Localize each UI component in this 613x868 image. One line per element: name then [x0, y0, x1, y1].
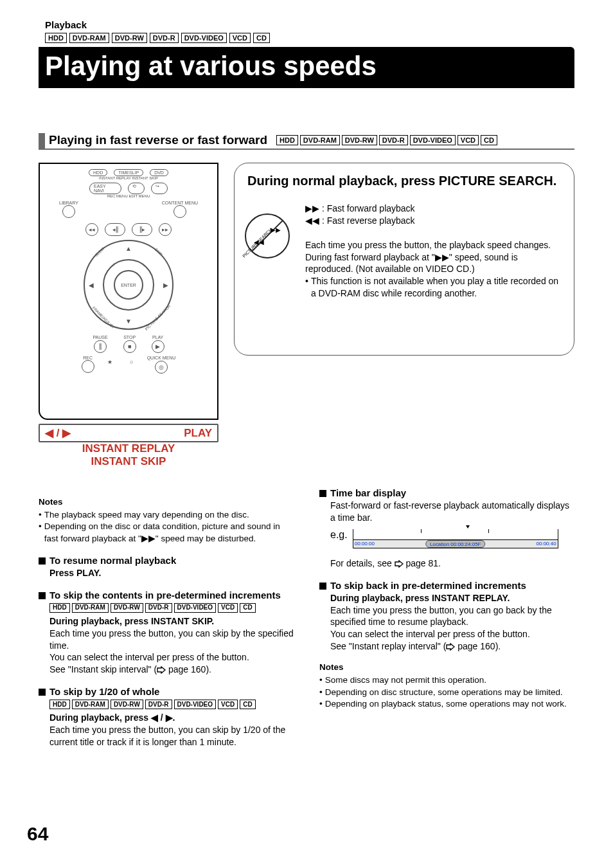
- remote-dvd-button: DVD: [150, 169, 168, 176]
- skip20-media-strip: HDD DVD-RAM DVD-RW DVD-R DVD-VIDEO VCD C…: [49, 700, 294, 709]
- remote-next-icon: ▸▸: [159, 223, 172, 236]
- remote-content-button: [173, 205, 186, 218]
- notes-heading: Notes: [319, 662, 574, 673]
- resume-heading: To resume normal playback: [39, 555, 294, 566]
- media-badge: DVD-VIDEO: [174, 700, 217, 709]
- picture-search-rocker-icon: ▶▶ ◀◀ PICTURE SEARCH: [245, 213, 296, 265]
- remote-instant-skip-icon: ↪: [151, 183, 168, 194]
- media-badge: DVD-VIDEO: [181, 33, 227, 43]
- skip-body: Each time you press the button, you can …: [49, 628, 294, 652]
- skipback-body: You can select the interval per press of…: [330, 628, 574, 640]
- note-item: The playback speed may vary depending on…: [39, 509, 294, 521]
- eg-label: e.g.: [330, 529, 348, 541]
- notes-heading: Notes: [39, 496, 294, 508]
- timebar-marker-icon: [466, 525, 470, 529]
- bubble-p1: Each time you press the button, the play…: [305, 239, 561, 251]
- ring-up-icon: ▲: [125, 245, 132, 252]
- media-badge: DVD-RW: [342, 135, 377, 145]
- ff-icon: ▶▶: [141, 534, 155, 543]
- skip20-heading: To skip by 1/20 of whole: [39, 686, 294, 697]
- page-ref-icon: [157, 664, 166, 676]
- remote-rec-button: [82, 360, 94, 373]
- media-badge: CD: [253, 33, 270, 43]
- bubble-ff-line: ▶▶ : Fast forward playback: [305, 203, 561, 215]
- media-badge: DVD-RW: [111, 603, 143, 613]
- media-badge: CD: [481, 135, 497, 145]
- page-ref-icon: [395, 557, 404, 570]
- subsection-media-strip: HDD DVD-RAM DVD-RW DVD-R DVD-VIDEO VCD C…: [276, 135, 497, 145]
- ff-icon: ▶▶: [435, 252, 449, 262]
- remote-illustration: HDD TIMESLIP DVD INSTANT REPLAY INSTANT …: [39, 163, 218, 468]
- remote-instant-replay-icon: ⟲: [128, 183, 145, 194]
- skipback-instruction: During playback, press INSTANT REPLAY.: [330, 592, 574, 604]
- timebar-end: 00:00:40: [537, 541, 556, 547]
- remote-pause-button: ǁ: [94, 340, 107, 353]
- ring-skip-label: SKIP: [154, 248, 163, 257]
- media-badge: DVD-R: [145, 603, 172, 613]
- skip-media-strip: HDD DVD-RAM DVD-RW DVD-R DVD-VIDEO VCD C…: [49, 603, 294, 613]
- note-item: Depending on the disc or data condition,…: [39, 521, 294, 544]
- skipback-body: Each time you press the button, you can …: [330, 604, 574, 629]
- media-badge: HDD: [49, 603, 70, 613]
- media-badge: CD: [240, 700, 255, 709]
- media-badge: DVD-RAM: [69, 33, 109, 43]
- callout-play: PLAY: [184, 427, 212, 440]
- skip20-body: Each time you press the button, you can …: [49, 724, 294, 748]
- ring-frame-label: FRAME/ADJUST: [92, 306, 116, 330]
- callout-instant-replay: INSTANT REPLAY: [39, 442, 218, 455]
- media-badge: VCD: [229, 33, 251, 43]
- remote-rec-label: REC: [82, 356, 94, 360]
- remote-prev-icon: ◂◂: [85, 223, 98, 236]
- remote-nav-ring: ▲ ▼ ◀ ▶ SLOW SKIP FRAME/ADJUST PICTURE S…: [84, 240, 173, 330]
- remote-easy-navi: EASY NAVI: [89, 183, 121, 194]
- callout-instant-skip: INSTANT SKIP: [39, 455, 218, 468]
- media-badge: CD: [240, 603, 255, 613]
- remote-frame-fwd-icon: ǁ▸: [132, 223, 152, 236]
- media-badge: DVD-RAM: [72, 603, 109, 613]
- remote-pause-label: PAUSE: [93, 335, 107, 339]
- remote-frame-rev-icon: ◂ǁ: [105, 223, 125, 236]
- media-badge: DVD-R: [379, 135, 408, 145]
- remote-menus-label: REC MENU EDIT MENU: [46, 194, 211, 198]
- media-badge: DVD-R: [145, 700, 172, 709]
- timebar-start: 00:00:00: [355, 541, 375, 547]
- note-item: Some discs may not permit this operation…: [319, 674, 574, 686]
- ring-slow-label: SLOW: [94, 247, 105, 258]
- bubble-p2: During fast forward playback at "▶▶" spe…: [305, 251, 561, 276]
- section-label: Playback: [45, 19, 574, 30]
- timebar-intro: Fast-forward or fast-reverse playback au…: [330, 500, 574, 524]
- page-number: 64: [27, 823, 48, 845]
- remote-enter-button: ENTER: [114, 270, 143, 300]
- media-badge: DVD-RAM: [72, 700, 109, 709]
- ring-left-icon: ◀: [89, 282, 94, 289]
- note-item: Depending on playback status, some opera…: [319, 698, 574, 710]
- remote-stop-button: ■: [123, 340, 136, 353]
- skip-instruction: During playback, press INSTANT SKIP.: [49, 615, 294, 628]
- media-badge: HDD: [276, 135, 298, 145]
- instruction-bubble: During normal playback, press PICTURE SE…: [234, 163, 574, 356]
- media-badge: HDD: [49, 700, 70, 709]
- media-badge: DVD-R: [150, 33, 179, 43]
- skip-heading: To skip the contents in pre-determined i…: [39, 590, 294, 601]
- skip20-instruction: During playback, press ◀ / ▶.: [49, 712, 294, 724]
- subsection-title: Playing in fast reverse or fast forward: [49, 133, 267, 147]
- media-badge: DVD-VIDEO: [174, 603, 217, 613]
- media-badge: VCD: [458, 135, 479, 145]
- remote-library-label: LIBRARY: [59, 201, 78, 205]
- remote-library-button: [62, 205, 75, 218]
- skip-body: You can select the interval per press of…: [49, 651, 294, 664]
- remote-stop-label: STOP: [123, 335, 136, 339]
- skip-body: See "Instant skip interval" ( page 160).: [49, 664, 294, 676]
- page-ref-icon: [446, 640, 455, 653]
- remote-play-label: PLAY: [152, 335, 164, 339]
- remote-quick-button: ◎: [155, 361, 168, 374]
- media-badge: DVD-RW: [111, 700, 143, 709]
- callout-arrows: ◀ / ▶: [45, 426, 71, 440]
- remote-quick-label: QUICK MENU: [147, 356, 176, 360]
- timebar-diagram: 00:00:00 Location 00:00:24:05F 00:00:40: [353, 529, 558, 548]
- media-badge: VCD: [218, 603, 238, 613]
- media-badge: HDD: [45, 33, 67, 43]
- media-badge: DVD-RAM: [300, 135, 340, 145]
- remote-content-label: CONTENT MENU: [162, 201, 198, 205]
- remote-star-icon: ★: [103, 356, 116, 368]
